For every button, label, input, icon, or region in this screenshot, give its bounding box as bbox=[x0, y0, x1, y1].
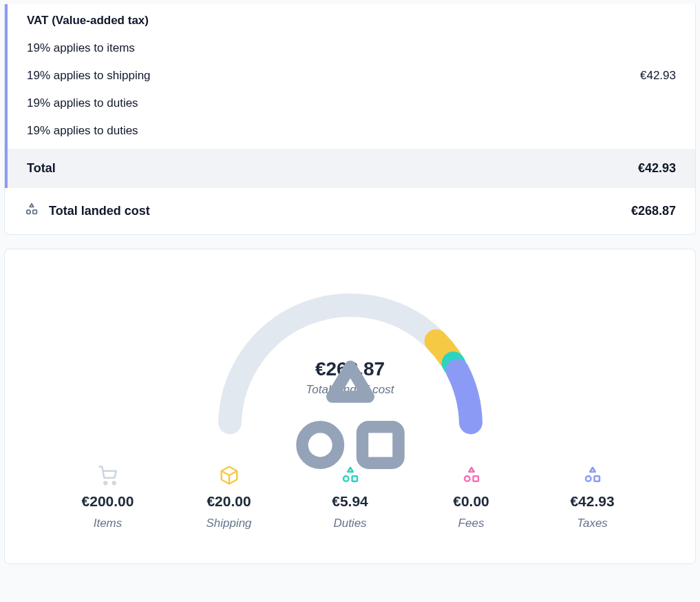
legend-value: €20.00 bbox=[206, 493, 251, 510]
tax-line-shipping: 19% applies to shipping €42.93 bbox=[8, 62, 695, 90]
landed-cost-label: Total landed cost bbox=[49, 204, 150, 218]
legend-label: Duties bbox=[333, 517, 366, 530]
legend-value: €42.93 bbox=[570, 493, 614, 510]
legend-label: Items bbox=[94, 517, 123, 530]
legend-value: €0.00 bbox=[453, 493, 489, 510]
svg-rect-1 bbox=[33, 210, 37, 214]
legend-label: Taxes bbox=[577, 517, 608, 530]
shapes-icon bbox=[24, 202, 39, 220]
tax-line-text: 19% applies to items bbox=[27, 41, 135, 55]
breakdown-card: €268.87 Total landed cost €200.00 Items bbox=[4, 249, 696, 564]
svg-point-10 bbox=[586, 476, 591, 481]
tax-title: VAT (Value-added tax) bbox=[27, 14, 149, 28]
landed-cost-value: €268.87 bbox=[631, 204, 676, 218]
svg-rect-11 bbox=[594, 476, 600, 481]
tax-line-duties-2: 19% applies to duties bbox=[8, 117, 695, 149]
cost-gauge: €268.87 Total landed cost bbox=[213, 288, 488, 433]
tax-total-label: Total bbox=[27, 161, 56, 176]
svg-point-2 bbox=[302, 427, 339, 464]
tax-line-duties-1: 19% applies to duties bbox=[8, 90, 695, 117]
svg-rect-3 bbox=[362, 427, 399, 464]
tax-total-row: Total €42.93 bbox=[8, 149, 695, 188]
legend-label: Shipping bbox=[206, 517, 251, 530]
tax-line-text: 19% applies to duties bbox=[27, 96, 138, 110]
tax-line-text: 19% applies to shipping bbox=[27, 69, 151, 83]
svg-point-0 bbox=[27, 210, 31, 214]
svg-point-5 bbox=[112, 481, 115, 484]
landed-cost-row: Total landed cost €268.87 bbox=[5, 188, 695, 234]
legend-items: €200.00 Items bbox=[77, 464, 139, 530]
tax-line-items: 19% applies to items bbox=[8, 34, 695, 62]
svg-point-4 bbox=[104, 481, 107, 484]
cart-icon bbox=[97, 464, 119, 486]
tax-line-amount: €42.93 bbox=[640, 69, 676, 83]
legend-label: Fees bbox=[458, 517, 485, 530]
tax-section: VAT (Value-added tax) 19% applies to ite… bbox=[5, 4, 695, 188]
legend-value: €5.94 bbox=[332, 493, 368, 510]
tax-line-text: 19% applies to duties bbox=[27, 124, 138, 138]
legend-value: €200.00 bbox=[82, 493, 134, 510]
tax-title-row: VAT (Value-added tax) bbox=[8, 4, 695, 34]
legend-taxes: €42.93 Taxes bbox=[562, 464, 624, 530]
tax-card: VAT (Value-added tax) 19% applies to ite… bbox=[4, 4, 696, 235]
shapes-icon bbox=[582, 464, 604, 486]
tax-total-value: €42.93 bbox=[638, 161, 676, 176]
